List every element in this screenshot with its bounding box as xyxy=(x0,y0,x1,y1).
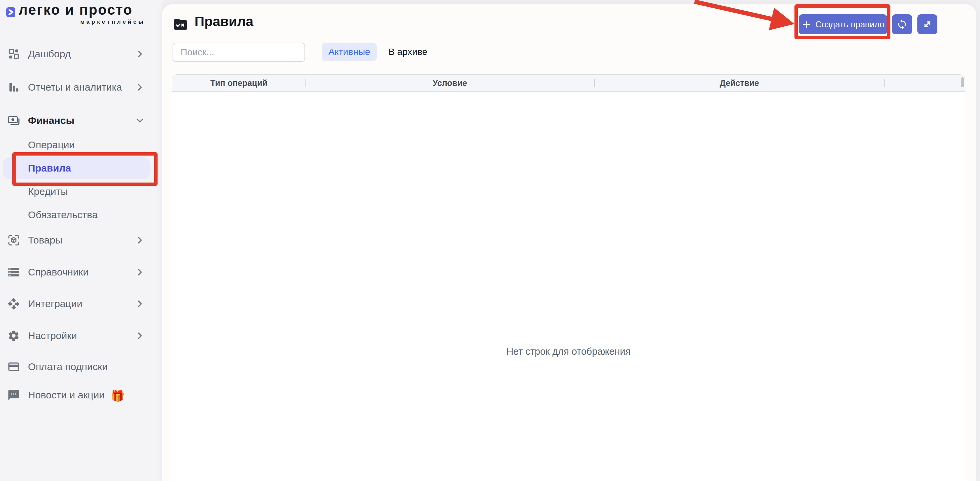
chevron-right-icon xyxy=(135,235,145,245)
gear-icon xyxy=(7,330,20,342)
column-separator xyxy=(305,79,306,87)
tab-archived-rules[interactable]: В архиве xyxy=(387,43,429,61)
empty-state-text: Нет строк для отображения xyxy=(172,346,965,357)
sidebar-item-integrations[interactable]: Интеграции xyxy=(0,296,162,312)
sidebar-item-settings[interactable]: Настройки xyxy=(0,328,162,344)
sidebar-item-label: Справочники xyxy=(28,264,89,280)
sidebar-item-rules[interactable]: Правила xyxy=(3,157,151,179)
chevron-right-icon xyxy=(135,82,145,92)
brand-logo[interactable]: легко и просто маркетплейсы xyxy=(0,0,162,32)
chevron-right-icon xyxy=(135,330,145,341)
bar-chart-icon xyxy=(7,81,20,94)
sidebar-item-label: Настройки xyxy=(28,328,77,344)
dashboard-icon xyxy=(7,48,20,60)
sidebar-item-label: Новости и акции🎁 xyxy=(28,387,125,404)
table-header-row: Тип операций Условие Действие xyxy=(172,75,965,92)
create-rule-label: Создать правило xyxy=(815,19,885,30)
column-separator xyxy=(594,79,595,87)
sidebar-item-label: Обязательства xyxy=(28,207,98,223)
rules-table: Тип операций Условие Действие Нет строк … xyxy=(172,74,965,481)
sidebar-item-reports[interactable]: Отчеты и аналитика xyxy=(0,79,162,95)
search-input[interactable] xyxy=(173,43,305,62)
sidebar-item-credits[interactable]: Кредиты xyxy=(0,183,162,199)
chevron-right-icon xyxy=(135,267,145,277)
sidebar-item-label: Товары xyxy=(28,232,62,248)
sidebar-item-subscription[interactable]: Оплата подписки xyxy=(0,359,162,375)
column-header-action[interactable]: Действие xyxy=(594,75,885,91)
content-card: Правила Создать правило Активные В архив… xyxy=(162,4,976,481)
sidebar-item-products[interactable]: Товары xyxy=(0,232,162,248)
page-title: Правила xyxy=(194,14,253,29)
sidebar-item-label: Финансы xyxy=(28,113,74,129)
chevron-right-icon xyxy=(135,298,145,309)
app-root: легко и просто маркетплейсы Дашборд Отче… xyxy=(0,0,980,481)
sidebar-item-obligations[interactable]: Обязательства xyxy=(0,207,162,223)
expand-button[interactable] xyxy=(917,14,937,34)
chevron-down-icon xyxy=(135,115,145,126)
sidebar-item-label: Отчеты и аналитика xyxy=(28,79,122,95)
sidebar-item-label: Кредиты xyxy=(28,183,68,199)
sidebar-item-directories[interactable]: Справочники xyxy=(0,264,162,280)
column-header-condition[interactable]: Условие xyxy=(305,75,594,91)
sidebar-item-operations[interactable]: Операции xyxy=(0,137,162,153)
money-icon xyxy=(7,114,20,127)
logo-icon xyxy=(6,7,15,17)
sidebar-item-label: Интеграции xyxy=(28,296,82,312)
sidebar-item-label: Оплата подписки xyxy=(28,359,108,375)
sidebar-item-label: Правила xyxy=(28,157,71,179)
column-separator xyxy=(885,79,885,87)
expand-icon xyxy=(922,19,933,30)
sidebar-item-label: Операции xyxy=(28,137,75,153)
brand-name: легко и просто xyxy=(19,2,146,18)
table-body: Нет строк для отображения xyxy=(172,92,965,481)
sidebar-item-news[interactable]: Новости и акции🎁 xyxy=(0,387,162,403)
plus-icon xyxy=(802,19,811,29)
list-icon xyxy=(7,266,20,279)
cube-icon xyxy=(7,234,20,247)
refresh-icon xyxy=(896,19,908,30)
create-rule-button[interactable]: Создать правило xyxy=(799,14,887,34)
rules-folder-icon xyxy=(173,18,188,31)
column-header-operation-type[interactable]: Тип операций xyxy=(172,75,305,91)
scrollbar-thumb[interactable] xyxy=(961,77,964,87)
sidebar-item-news-text: Новости и акции xyxy=(28,389,105,400)
credit-card-icon xyxy=(7,360,20,373)
sidebar: легко и просто маркетплейсы Дашборд Отче… xyxy=(0,0,162,481)
sidebar-item-finance[interactable]: Финансы xyxy=(0,113,162,129)
integrations-icon xyxy=(7,298,20,310)
chat-icon xyxy=(7,389,20,401)
refresh-button[interactable] xyxy=(892,14,912,34)
sidebar-item-label: Дашборд xyxy=(28,46,71,62)
chevron-right-icon xyxy=(135,49,145,59)
sidebar-item-dashboard[interactable]: Дашборд xyxy=(0,46,162,62)
tab-active-rules[interactable]: Активные xyxy=(322,43,377,61)
gift-icon: 🎁 xyxy=(111,389,124,402)
brand-tagline: маркетплейсы xyxy=(19,19,145,25)
